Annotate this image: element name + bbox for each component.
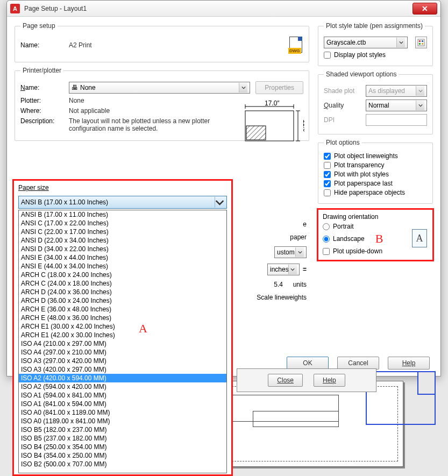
description-value: The layout will not be plotted unless a … bbox=[69, 117, 230, 132]
scale-section-fragment: e paper ustom inches = 5.4 units Scale l… bbox=[221, 215, 307, 307]
paper-size-option[interactable]: ISO B4 (354.00 x 250.00 MM) bbox=[19, 451, 226, 460]
annotation-a: A bbox=[139, 322, 147, 336]
paper-size-dropdown[interactable]: ANSI B (17.00 x 11.00 Inches) bbox=[18, 196, 227, 209]
paper-preview: 17.0″ 11.0″ bbox=[240, 99, 304, 147]
paper-size-list[interactable]: ANSI B (17.00 x 11.00 Inches)ANSI C (17.… bbox=[18, 210, 227, 473]
paper-size-option[interactable]: ISO A3 (297.00 x 420.00 MM) bbox=[19, 357, 226, 365]
printer-name-label: Name: bbox=[20, 84, 63, 91]
paper-size-option[interactable]: ANSI E (44.00 x 34.00 Inches) bbox=[19, 262, 226, 271]
svg-rect-9 bbox=[418, 39, 424, 46]
paper-size-option[interactable]: ISO A2 (420.00 x 594.00 MM) bbox=[19, 374, 226, 382]
close-button[interactable]: Close bbox=[268, 374, 303, 387]
plot-options-legend: Plot options bbox=[324, 139, 362, 146]
secondary-button-bar: Close Help bbox=[237, 368, 376, 392]
plot-style-legend: Plot style table (pen assignments) bbox=[324, 22, 425, 30]
paper-size-option[interactable]: ISO A0 (841.00 x 1189.00 MM) bbox=[19, 408, 226, 417]
chevron-down-icon bbox=[239, 83, 247, 93]
plotter-label: Plotter: bbox=[20, 97, 63, 104]
paper-size-option[interactable]: ARCH E1 (30.00 x 42.00 Inches) bbox=[19, 322, 226, 331]
shaded-viewport-group: Shaded viewport options Shade plot As di… bbox=[318, 70, 433, 134]
paper-size-option[interactable]: ANSI D (34.00 x 22.00 Inches) bbox=[19, 245, 226, 253]
paper-size-option[interactable]: ISO A0 (1189.00 x 841.00 MM) bbox=[19, 417, 226, 425]
description-label: Description: bbox=[20, 117, 63, 125]
svg-rect-10 bbox=[419, 40, 421, 42]
paper-size-option[interactable]: ANSI E (34.00 x 44.00 Inches) bbox=[19, 253, 226, 262]
paper-size-legend: Paper size bbox=[18, 184, 227, 191]
printer-name-dropdown[interactable]: 🖶 None bbox=[69, 82, 250, 94]
drawing-orientation-group: Drawing orientation Portrait Landscape B… bbox=[317, 208, 434, 261]
chevron-down-icon bbox=[416, 86, 424, 96]
plot-transparency-checkbox[interactable]: Plot transparency bbox=[324, 161, 427, 169]
app-icon: A bbox=[10, 4, 20, 13]
paper-size-option[interactable]: ARCH C (18.00 x 24.00 Inches) bbox=[19, 271, 226, 279]
paper-size-option[interactable]: ISO B4 (250.00 x 354.00 MM) bbox=[19, 443, 226, 451]
quality-label: Quality bbox=[324, 102, 360, 109]
dwg-icon: DWG bbox=[288, 37, 303, 54]
preview-height-label: 11.0″ bbox=[302, 119, 304, 134]
chevron-down-icon bbox=[396, 38, 405, 47]
scale-custom-dropdown[interactable]: ustom bbox=[274, 246, 307, 258]
paper-size-option[interactable]: ISO A4 (297.00 x 210.00 MM) bbox=[19, 348, 226, 357]
chevron-down-icon bbox=[416, 101, 424, 110]
printer-legend: Printer/plotter bbox=[20, 67, 63, 74]
help-button[interactable]: Help bbox=[314, 374, 345, 387]
printer-icon: 🖶 bbox=[72, 84, 78, 91]
plot-lineweights-checkbox[interactable]: Plot object lineweights bbox=[324, 152, 427, 160]
units-inches-dropdown[interactable]: inches bbox=[267, 264, 300, 275]
plot-styles-checkbox[interactable]: Plot with plot styles bbox=[324, 170, 427, 178]
paper-size-option[interactable]: ISO B5 (237.00 x 182.00 MM) bbox=[19, 434, 226, 443]
paper-size-option[interactable]: ANSI C (22.00 x 17.00 Inches) bbox=[19, 228, 226, 236]
plotter-value: None bbox=[69, 97, 84, 104]
page-setup-group: Page setup Name: A2 Print DWG bbox=[15, 22, 309, 62]
dpi-label: DPI bbox=[324, 116, 360, 124]
paper-size-option[interactable]: ARCH E (48.00 x 36.00 Inches) bbox=[19, 314, 226, 322]
svg-rect-12 bbox=[419, 43, 421, 45]
hide-paperspace-checkbox[interactable]: Hide paperspace objects bbox=[324, 189, 427, 196]
chevron-down-icon bbox=[288, 265, 297, 274]
chevron-down-icon bbox=[215, 197, 224, 208]
page-setup-legend: Page setup bbox=[20, 22, 58, 30]
paper-size-option[interactable]: ARCH E1 (42.00 x 30.00 Inches) bbox=[19, 331, 226, 339]
preview-width-label: 17.0″ bbox=[265, 100, 280, 107]
paper-size-option[interactable]: ARCH C (24.00 x 18.00 Inches) bbox=[19, 279, 226, 288]
paper-size-option[interactable]: ARCH E (36.00 x 48.00 Inches) bbox=[19, 305, 226, 314]
paper-size-option[interactable]: ISO A1 (594.00 x 841.00 MM) bbox=[19, 391, 226, 400]
svg-rect-11 bbox=[422, 40, 423, 42]
plot-paperspace-checkbox[interactable]: Plot paperspace last bbox=[324, 180, 427, 187]
paper-size-option[interactable]: ANSI B (17.00 x 11.00 Inches) bbox=[19, 210, 226, 219]
close-icon[interactable]: ✕ bbox=[413, 3, 437, 15]
help-button[interactable]: Help bbox=[388, 357, 430, 370]
orientation-legend: Drawing orientation bbox=[323, 213, 428, 221]
paper-size-option[interactable]: ISO A3 (420.00 x 297.00 MM) bbox=[19, 365, 226, 374]
quality-dropdown[interactable]: Normal bbox=[366, 100, 427, 111]
name-label: Name: bbox=[20, 41, 63, 49]
paper-size-option[interactable]: ANSI D (22.00 x 34.00 Inches) bbox=[19, 236, 226, 245]
window-title: Page Setup - Layout1 bbox=[24, 5, 87, 12]
paper-size-option[interactable]: ISO A1 (841.00 x 594.00 MM) bbox=[19, 400, 226, 408]
paper-size-option[interactable]: ISO B5 (182.00 x 237.00 MM) bbox=[19, 425, 226, 434]
pen-icon bbox=[417, 39, 425, 46]
properties-button: Properties bbox=[255, 81, 303, 94]
dialog-button-row: OK Cancel Help bbox=[287, 357, 430, 370]
paper-size-option[interactable]: ARCH D (36.00 x 24.00 Inches) bbox=[19, 296, 226, 305]
paper-size-option[interactable]: ISO B2 (500.00 x 707.00 MM) bbox=[19, 460, 226, 468]
upside-down-checkbox[interactable]: Plot upside-down bbox=[323, 247, 428, 255]
paper-size-option[interactable]: ISO A2 (594.00 x 420.00 MM) bbox=[19, 382, 226, 391]
plot-style-dropdown[interactable]: Grayscale.ctb bbox=[324, 37, 408, 48]
ok-button[interactable]: OK bbox=[287, 357, 329, 370]
display-plot-styles-checkbox[interactable]: Display plot styles bbox=[324, 51, 427, 59]
where-value: Not applicable bbox=[69, 107, 110, 115]
annotation-b: B bbox=[375, 232, 383, 246]
paper-size-option[interactable]: ISO A4 (210.00 x 297.00 MM) bbox=[19, 339, 226, 348]
paper-size-option[interactable]: ARCH D (24.00 x 36.00 Inches) bbox=[19, 288, 226, 296]
landscape-radio[interactable]: Landscape bbox=[323, 235, 365, 243]
orientation-icon: A bbox=[412, 229, 427, 247]
cancel-button[interactable]: Cancel bbox=[337, 357, 379, 370]
paper-size-option[interactable]: ANSI C (17.00 x 22.00 Inches) bbox=[19, 219, 226, 228]
plot-style-edit-button[interactable] bbox=[415, 37, 427, 48]
svg-rect-13 bbox=[422, 43, 423, 45]
shade-plot-label: Shade plot bbox=[324, 87, 360, 95]
plot-style-group: Plot style table (pen assignments) Grays… bbox=[318, 22, 433, 66]
dpi-input bbox=[366, 114, 427, 126]
page-setup-name: A2 Print bbox=[69, 41, 92, 49]
